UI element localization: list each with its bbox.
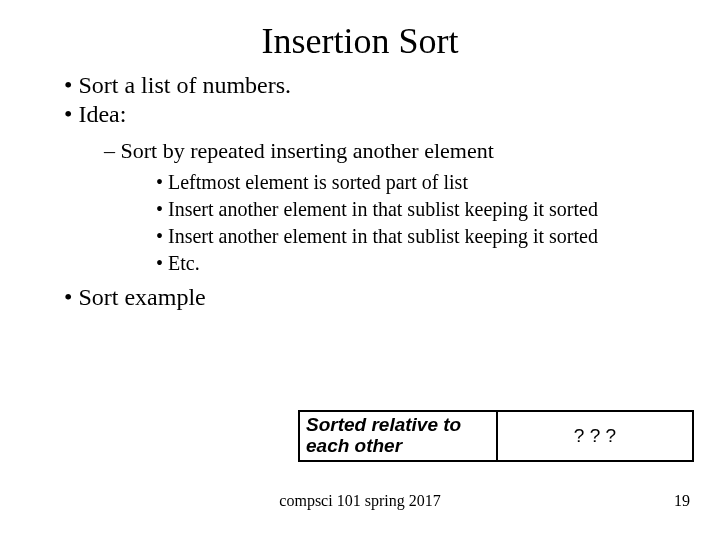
slide-title: Insertion Sort [40,20,680,62]
footer-course: compsci 101 spring 2017 [0,492,720,510]
box-unsorted: ? ? ? [496,410,694,462]
sub-sub-bullet-item: Leftmost element is sorted part of list [156,170,680,195]
sub-bullet-item: Sort by repeated inserting another eleme… [104,138,680,164]
slide: Insertion Sort Sort a list of numbers. I… [0,0,720,540]
example-boxes: Sorted relative to each other ? ? ? [298,410,694,462]
sub-sub-bullet-item: Insert another element in that sublist k… [156,197,680,222]
footer-page-number: 19 [674,492,690,510]
bullet-item: Sort example [64,284,680,311]
bullet-list: Sort a list of numbers. Idea: Sort by re… [64,72,680,311]
sub-sub-bullet-list: Leftmost element is sorted part of list … [156,170,680,276]
bullet-item: Idea: [64,101,680,128]
bullet-item: Sort a list of numbers. [64,72,680,99]
sub-sub-bullet-item: Insert another element in that sublist k… [156,224,680,249]
sub-bullet-list: Sort by repeated inserting another eleme… [104,138,680,276]
box-sorted: Sorted relative to each other [298,410,496,462]
sub-sub-bullet-item: Etc. [156,251,680,276]
